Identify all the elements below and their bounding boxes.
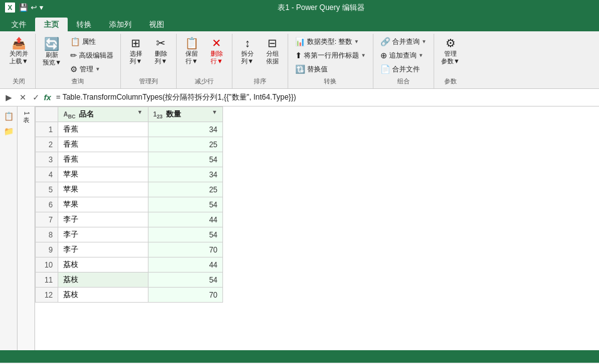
manage-button[interactable]: ⚙ 管理 ▼: [67, 63, 117, 76]
formula-confirm-icon[interactable]: ✓: [31, 92, 41, 103]
select-cols-icon: ⊞: [131, 38, 140, 49]
append-query-dropdown-icon: ▼: [419, 53, 424, 58]
save-icon[interactable]: 💾: [19, 3, 28, 12]
tab-file[interactable]: 文件: [3, 18, 35, 31]
formula-icons: ✕ ✓: [18, 92, 41, 103]
col-name-filter-icon[interactable]: ▼: [137, 109, 143, 115]
excel-logo-icon: X: [5, 3, 15, 13]
query-item-table1[interactable]: 表1: [21, 109, 32, 118]
cell-rownum: 11: [36, 273, 58, 288]
group-by-icon: ⊟: [268, 38, 277, 49]
delete-cols-button[interactable]: ✂ 删除列▼: [150, 35, 172, 68]
ribbon-group-query: 🔄 刷新预览▼ 📋 属性 ✏ 高级编辑器 ⚙ 管理 ▼ 查询: [36, 34, 121, 88]
group-by-button[interactable]: ⊟ 分组依据: [261, 35, 284, 68]
keep-rows-button[interactable]: 📋 保留行▼: [180, 35, 203, 68]
table-row: 5 苹果 25: [36, 182, 223, 197]
sidebar-toggle-button[interactable]: ▶: [3, 91, 15, 104]
merge-query-dropdown-icon: ▼: [422, 39, 427, 44]
delete-cols-icon: ✂: [156, 38, 165, 49]
tab-view[interactable]: 视图: [140, 18, 173, 31]
keep-rows-label: 保留行▼: [185, 50, 198, 65]
select-cols-button[interactable]: ⊞ 选择列▼: [125, 35, 147, 68]
data-grid-container[interactable]: ABC 品名 ▼ 123 数量 ▼ 1 香蕉 34 2 香蕉 25 3 香蕉: [35, 107, 599, 350]
manage-params-button[interactable]: ⚙ 管理参数▼: [438, 35, 463, 68]
table-row: 10 荔枝 44: [36, 257, 223, 273]
formula-cancel-icon[interactable]: ✕: [18, 92, 28, 103]
close-upload-button[interactable]: 📤 关闭并上载▼: [6, 35, 31, 68]
manage-label: 管理: [80, 65, 93, 74]
advanced-editor-button[interactable]: ✏ 高级编辑器: [67, 49, 117, 62]
sidebar: 📋 📁: [0, 107, 18, 350]
cell-qty: 25: [148, 137, 222, 152]
combine-files-button[interactable]: 📄 合并文件: [377, 63, 430, 76]
formula-input[interactable]: [56, 93, 596, 102]
cell-qty: 70: [148, 288, 222, 303]
tab-transform[interactable]: 转换: [68, 18, 100, 31]
use-first-row-dropdown-icon: ▼: [361, 53, 366, 58]
col-header-qty[interactable]: 123 数量 ▼: [148, 107, 222, 122]
group-close-label: 关闭: [13, 77, 25, 87]
delete-cols-label: 删除列▼: [155, 50, 167, 65]
replace-value-icon: 🔃: [295, 65, 305, 74]
delete-rows-icon: ✕: [212, 38, 221, 49]
sidebar-steps-icon[interactable]: 📁: [2, 124, 16, 138]
table-row: 1 香蕉 34: [36, 122, 223, 137]
select-cols-label: 选择列▼: [130, 50, 142, 65]
cell-name: 李子: [58, 227, 148, 242]
replace-value-label: 替换值: [307, 65, 328, 74]
advanced-editor-label: 高级编辑器: [79, 51, 113, 60]
cell-qty: 25: [148, 182, 222, 197]
merge-query-button[interactable]: 🔗 合并查询 ▼: [377, 35, 430, 48]
undo-icon[interactable]: ↩: [31, 3, 37, 12]
formula-fx-label: fx: [44, 93, 51, 102]
advanced-editor-icon: ✏: [70, 51, 77, 60]
replace-value-button[interactable]: 🔃 替换值: [292, 63, 369, 76]
ribbon-group-manage-cols: ⊞ 选择列▼ ✂ 删除列▼ 管理列: [121, 34, 177, 88]
split-col-icon: ↕: [244, 38, 250, 49]
query-small-group: 📋 属性 ✏ 高级编辑器 ⚙ 管理 ▼: [67, 35, 117, 76]
cell-rownum: 3: [36, 152, 58, 167]
cell-name: 香蕉: [58, 122, 148, 137]
group-manage-cols-label: 管理列: [139, 77, 158, 87]
combine-small-group: 🔗 合并查询 ▼ ⊕ 追加查询 ▼ 📄 合并文件: [377, 35, 430, 76]
quick-access-dropdown-icon[interactable]: ▾: [39, 3, 43, 12]
sidebar-query-icon[interactable]: 📋: [2, 109, 16, 123]
ribbon-group-reduce-rows: 📋 保留行▼ ✕ 删除行▼ 减少行: [177, 34, 232, 88]
cell-name: 李子: [58, 242, 148, 257]
cell-name: 香蕉: [58, 152, 148, 167]
col-header-rownum: [36, 107, 58, 122]
titlebar: X 💾 ↩ ▾ 表1 - Power Query 编辑器: [0, 0, 599, 15]
manage-params-icon: ⚙: [445, 38, 456, 49]
cell-qty: 44: [148, 257, 222, 273]
cell-qty: 54: [148, 273, 222, 288]
cell-name: 苹果: [58, 182, 148, 197]
properties-button[interactable]: 📋 属性: [67, 35, 117, 48]
use-first-row-button[interactable]: ⬆ 将第一行用作标题 ▼: [292, 49, 369, 62]
tab-home[interactable]: 主页: [35, 18, 68, 31]
formula-bar: ▶ ✕ ✓ fx: [0, 89, 599, 107]
cell-rownum: 7: [36, 212, 58, 227]
cell-rownum: 1: [36, 122, 58, 137]
delete-rows-button[interactable]: ✕ 删除行▼: [206, 35, 228, 68]
table-row: 9 李子 70: [36, 242, 223, 257]
table-row: 11 荔枝 54: [36, 273, 223, 288]
ribbon-group-params: ⚙ 管理参数▼ 参数: [434, 34, 467, 88]
cell-qty: 34: [148, 167, 222, 182]
data-type-button[interactable]: 📊 数据类型: 整数 ▼: [292, 35, 369, 48]
use-first-row-icon: ⬆: [295, 51, 302, 60]
data-type-icon: 📊: [295, 37, 305, 46]
tab-add-column[interactable]: 添加列: [100, 18, 140, 31]
append-query-button[interactable]: ⊕ 追加查询 ▼: [377, 49, 430, 62]
combine-files-icon: 📄: [380, 65, 390, 74]
group-reduce-rows-label: 减少行: [195, 77, 214, 87]
col-qty-header-label: 数量: [166, 110, 181, 118]
cell-rownum: 2: [36, 137, 58, 152]
split-col-button[interactable]: ↕ 拆分列▼: [236, 35, 259, 68]
refresh-preview-button[interactable]: 🔄 刷新预览▼: [39, 35, 65, 69]
col-qty-filter-icon[interactable]: ▼: [212, 109, 217, 115]
append-query-icon: ⊕: [380, 51, 387, 60]
manage-params-label: 管理参数▼: [441, 50, 460, 65]
group-transform-label: 转换: [324, 77, 336, 87]
col-header-name[interactable]: ABC 品名 ▼: [58, 107, 148, 122]
grid-body: 1 香蕉 34 2 香蕉 25 3 香蕉 54 4 苹果 34 5 苹果 25 …: [36, 122, 223, 303]
